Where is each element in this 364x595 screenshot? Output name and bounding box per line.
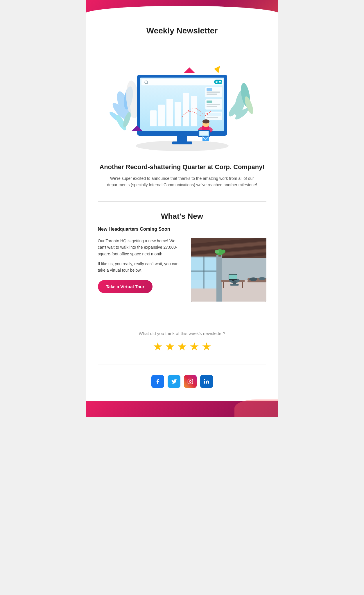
rating-section: What did you think of this week's newsle… xyxy=(86,322,278,359)
hq-body-2: If like us, you really, really can't wai… xyxy=(98,261,185,274)
svg-rect-16 xyxy=(141,79,223,85)
svg-rect-80 xyxy=(188,379,193,384)
star-1[interactable]: ★ xyxy=(153,340,163,353)
section-divider-2 xyxy=(98,315,266,315)
hq-body-1: Our Toronto HQ is getting a new home! We… xyxy=(98,238,185,257)
whats-new-title: What's New xyxy=(98,212,266,221)
email-container: Weekly Newsletter xyxy=(86,0,278,417)
svg-rect-37 xyxy=(207,117,218,118)
svg-point-83 xyxy=(204,379,205,380)
hq-left-column: Our Toronto HQ is getting a new home! We… xyxy=(98,238,185,293)
section-divider-3 xyxy=(98,365,266,365)
hq-two-column: Our Toronto HQ is getting a new home! We… xyxy=(98,238,266,302)
svg-rect-46 xyxy=(177,136,187,142)
hero-illustration: 👁 75 xyxy=(86,44,278,157)
whats-new-section: What's New New Headquarters Coming Soon … xyxy=(86,209,278,307)
svg-rect-77 xyxy=(248,281,266,282)
svg-rect-30 xyxy=(207,94,217,95)
section-divider-1 xyxy=(98,201,266,202)
header-section: Weekly Newsletter xyxy=(86,17,278,44)
svg-rect-24 xyxy=(175,102,181,126)
svg-point-41 xyxy=(202,119,209,123)
svg-rect-28 xyxy=(207,88,212,91)
svg-text:👁 75: 👁 75 xyxy=(215,81,222,84)
svg-point-78 xyxy=(249,277,257,281)
article-section: Another Record-shattering Quarter at Cor… xyxy=(86,157,278,194)
svg-marker-49 xyxy=(214,66,220,73)
svg-rect-69 xyxy=(223,282,224,288)
svg-point-66 xyxy=(221,250,225,253)
svg-rect-44 xyxy=(200,131,208,135)
hq-right-column xyxy=(191,238,266,302)
svg-rect-29 xyxy=(207,92,220,93)
svg-rect-34 xyxy=(207,106,217,107)
bottom-banner xyxy=(86,397,278,417)
svg-rect-73 xyxy=(230,284,239,286)
svg-rect-70 xyxy=(242,282,243,288)
star-4[interactable]: ★ xyxy=(189,340,199,353)
svg-rect-47 xyxy=(172,141,192,144)
svg-point-79 xyxy=(259,277,266,280)
svg-rect-75 xyxy=(229,275,237,279)
article-headline: Another Record-shattering Quarter at Cor… xyxy=(98,163,266,171)
monitor-illustration: 👁 75 xyxy=(107,47,258,152)
facebook-icon[interactable] xyxy=(151,375,164,388)
svg-rect-36 xyxy=(207,113,221,116)
svg-rect-33 xyxy=(207,104,220,105)
office-photo xyxy=(191,238,266,302)
social-icons-container xyxy=(98,375,266,388)
svg-rect-21 xyxy=(150,110,157,126)
star-2[interactable]: ★ xyxy=(165,340,175,353)
svg-rect-26 xyxy=(191,96,197,126)
svg-rect-22 xyxy=(158,105,165,126)
star-3[interactable]: ★ xyxy=(177,340,187,353)
svg-rect-76 xyxy=(232,280,234,281)
svg-rect-62 xyxy=(216,255,222,302)
svg-marker-48 xyxy=(184,67,195,73)
rating-question: What did you think of this week's newsle… xyxy=(98,331,266,336)
twitter-icon[interactable] xyxy=(168,375,180,388)
star-rating[interactable]: ★ ★ ★ ★ ★ xyxy=(98,340,266,353)
svg-point-65 xyxy=(215,250,219,253)
hq-title: New Headquarters Coming Soon xyxy=(98,227,266,232)
svg-rect-82 xyxy=(204,381,205,383)
top-banner xyxy=(86,0,278,17)
newsletter-title: Weekly Newsletter xyxy=(98,26,266,35)
instagram-icon[interactable] xyxy=(184,375,197,388)
bottom-banner-overlay xyxy=(234,399,278,417)
svg-rect-32 xyxy=(207,101,212,103)
svg-rect-25 xyxy=(183,93,189,126)
svg-rect-23 xyxy=(166,99,173,126)
social-section xyxy=(86,371,278,397)
star-5[interactable]: ★ xyxy=(202,340,211,353)
linkedin-icon[interactable] xyxy=(200,375,213,388)
article-body: We're super excited to announce that tha… xyxy=(107,175,258,188)
virtual-tour-button[interactable]: Take a Virtual Tour xyxy=(98,280,153,293)
